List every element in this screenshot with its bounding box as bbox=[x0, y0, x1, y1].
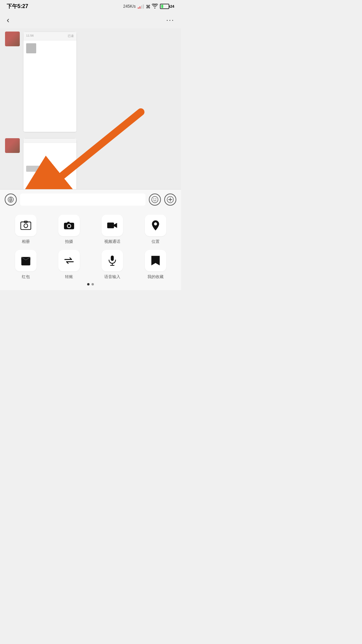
svg-point-19 bbox=[154, 222, 157, 225]
svg-rect-17 bbox=[67, 222, 69, 223]
emoji-icon bbox=[151, 196, 159, 203]
transfer-icon-box bbox=[58, 250, 80, 271]
svg-point-12 bbox=[24, 224, 27, 227]
svg-point-16 bbox=[68, 225, 70, 227]
video-icon-box bbox=[102, 215, 123, 236]
wifi-icon: ⌘ bbox=[146, 4, 158, 9]
status-bar: 下午5:27 245K/s ⌘ 24 bbox=[0, 0, 181, 12]
action-collection[interactable]: 我的收藏 bbox=[136, 250, 174, 280]
battery-level: 24 bbox=[170, 4, 174, 8]
action-voice-input[interactable]: 语音输入 bbox=[93, 250, 131, 280]
voice-input-icon-box bbox=[102, 250, 123, 271]
dot-2 bbox=[92, 283, 94, 285]
camera-icon bbox=[64, 220, 74, 231]
action-location[interactable]: 位置 bbox=[136, 215, 174, 245]
message-item: 11:56 已读 bbox=[5, 32, 176, 132]
svg-rect-23 bbox=[111, 256, 114, 261]
location-icon bbox=[150, 220, 161, 231]
video-label: 视频通话 bbox=[104, 239, 120, 245]
photo-icon bbox=[20, 220, 31, 231]
voice-input-label: 语音输入 bbox=[104, 274, 120, 280]
action-camera[interactable]: 拍摄 bbox=[50, 215, 88, 245]
svg-point-3 bbox=[10, 198, 12, 200]
nav-bar: ‹ ··· bbox=[0, 12, 181, 28]
svg-rect-18 bbox=[107, 223, 114, 228]
svg-point-5 bbox=[152, 196, 158, 203]
message-bubble[interactable]: 11:56 已读 bbox=[23, 32, 77, 132]
status-time: 下午5:27 bbox=[7, 3, 28, 10]
action-redpack[interactable]: 红包 bbox=[7, 250, 45, 280]
message-bubble[interactable] bbox=[23, 138, 77, 189]
transfer-label: 转账 bbox=[65, 274, 73, 280]
more-button[interactable]: ··· bbox=[166, 16, 174, 24]
voice-input-icon bbox=[107, 255, 118, 266]
emoji-button[interactable] bbox=[149, 194, 161, 206]
screenshot-preview: 11:56 已读 bbox=[23, 32, 77, 132]
redpack-label: 红包 bbox=[22, 274, 30, 280]
svg-point-6 bbox=[154, 198, 154, 199]
input-area bbox=[0, 189, 181, 209]
video-icon bbox=[107, 220, 118, 231]
avatar bbox=[5, 138, 20, 153]
voice-btn-icon bbox=[8, 197, 14, 203]
message-input[interactable] bbox=[20, 194, 145, 206]
chat-area: 11:56 已读 bbox=[0, 28, 181, 189]
camera-icon-box bbox=[58, 215, 80, 236]
action-transfer[interactable]: 转账 bbox=[50, 250, 88, 280]
message-item bbox=[5, 138, 176, 189]
signal-speed: 245K/s bbox=[123, 4, 136, 9]
action-grid: 相册 拍摄 视频通话 bbox=[7, 215, 174, 280]
status-right: 245K/s ⌘ 24 bbox=[123, 4, 175, 9]
svg-rect-11 bbox=[20, 222, 31, 230]
location-label: 位置 bbox=[152, 239, 160, 245]
voice-button[interactable] bbox=[5, 194, 17, 206]
signal-bars-icon bbox=[138, 4, 144, 9]
photo-icon-box bbox=[15, 215, 37, 236]
page-dots bbox=[7, 283, 174, 287]
collection-icon-box bbox=[145, 250, 166, 271]
location-icon-box bbox=[145, 215, 166, 236]
camera-label: 拍摄 bbox=[65, 239, 73, 245]
add-button[interactable] bbox=[164, 194, 176, 206]
back-button[interactable]: ‹ bbox=[7, 15, 9, 25]
bottom-panel: 相册 拍摄 视频通话 bbox=[0, 209, 181, 290]
add-icon bbox=[167, 196, 174, 203]
action-photo[interactable]: 相册 bbox=[7, 215, 45, 245]
dot-1 bbox=[87, 283, 89, 285]
photo-label: 相册 bbox=[22, 239, 30, 245]
redpack-icon-box bbox=[15, 250, 37, 271]
collection-label: 我的收藏 bbox=[147, 274, 164, 280]
transfer-icon bbox=[64, 255, 74, 266]
avatar bbox=[5, 32, 20, 46]
svg-point-7 bbox=[156, 198, 156, 199]
collection-icon bbox=[150, 255, 161, 266]
screenshot-preview bbox=[23, 138, 77, 189]
action-video[interactable]: 视频通话 bbox=[93, 215, 131, 245]
redpack-icon bbox=[20, 255, 31, 266]
battery-icon bbox=[160, 4, 169, 9]
